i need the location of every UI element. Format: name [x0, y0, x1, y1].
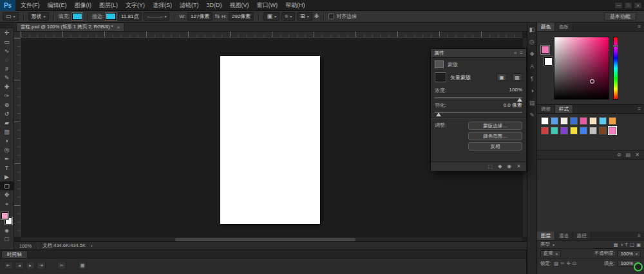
style-swatch[interactable]	[551, 117, 558, 125]
delete-mask-icon[interactable]: ✕	[516, 164, 521, 169]
canvas-area[interactable]: 属性 « ≡ 蒙版 矢量蒙版 ▣ ▦ 浓度: 100%	[14, 32, 527, 241]
style-swatch[interactable]	[599, 127, 607, 134]
menu-item[interactable]: 图像(I)	[71, 0, 96, 11]
toolbar-grip[interactable]: ‥	[0, 23, 14, 28]
frame-settings-button[interactable]: ▦	[78, 262, 87, 269]
gradient-tool[interactable]: ▥	[0, 127, 14, 136]
background-color-swatch[interactable]	[544, 57, 553, 66]
path-operations-button[interactable]: ▣ ▾	[263, 12, 279, 21]
zoom-level[interactable]: 100%	[19, 243, 32, 249]
lock-position-icon[interactable]: ✛	[566, 260, 570, 266]
menu-item[interactable]: 视图(V)	[226, 0, 253, 11]
delete-style-icon[interactable]: ✕	[635, 152, 639, 158]
panel-tab[interactable]: 图层	[537, 232, 555, 240]
path-selection-tool[interactable]: ▶	[0, 172, 14, 181]
add-pixel-mask-button[interactable]: ▣	[497, 73, 507, 81]
style-swatch[interactable]	[589, 117, 597, 125]
menu-item[interactable]: 文件(F)	[17, 0, 44, 11]
style-swatch[interactable]	[580, 117, 587, 125]
collapse-panel-icon[interactable]: «	[514, 50, 516, 56]
dock-panel-icon[interactable]: ◑	[530, 88, 533, 94]
close-button[interactable]: ✕	[634, 2, 642, 9]
menu-item[interactable]: 图层(L)	[95, 0, 122, 11]
marquee-tool[interactable]: ▭	[0, 37, 14, 46]
panel-menu-icon[interactable]: ≡	[520, 50, 523, 56]
tab-timeline[interactable]: 时间轴	[1, 250, 28, 258]
hue-slider[interactable]	[613, 37, 618, 100]
hue-slider-marker[interactable]	[612, 45, 619, 47]
next-frame-button[interactable]: ⇥	[37, 262, 46, 269]
dock-panel-icon[interactable]: ❖	[529, 51, 535, 57]
style-swatch[interactable]	[609, 127, 616, 134]
menu-item[interactable]: 选择(S)	[149, 0, 176, 11]
style-swatch[interactable]	[551, 127, 558, 134]
style-swatch[interactable]	[541, 117, 549, 125]
horizontal-scrollbar[interactable]	[21, 237, 522, 241]
dodge-tool[interactable]: ◎	[0, 145, 14, 154]
stroke-width-input[interactable]: 11.81点	[118, 12, 142, 21]
dock-panel-icon[interactable]: A	[530, 64, 534, 69]
menu-item[interactable]: 帮助(H)	[281, 0, 309, 11]
stroke-style-select[interactable]: ——— ▾	[144, 12, 169, 21]
minimize-button[interactable]: —	[614, 2, 623, 9]
apply-mask-icon[interactable]: ◆	[498, 164, 502, 169]
blur-tool[interactable]: ◖	[0, 136, 14, 145]
filter-adjustment-layers-icon[interactable]: ◑	[620, 242, 623, 248]
filter-type-layers-icon[interactable]: T	[625, 242, 628, 248]
workspace-switcher-button[interactable]: 基本功能	[604, 12, 636, 21]
mask-visibility-icon[interactable]: ◉	[507, 164, 511, 169]
style-swatch[interactable]	[560, 117, 568, 125]
tool-preset-picker[interactable]: ▭ ▾	[3, 12, 19, 21]
dock-panel-icon[interactable]: ¶	[531, 76, 534, 82]
menu-item[interactable]: 3D(D)	[203, 0, 226, 11]
zoom-tool[interactable]: ⌖	[0, 199, 14, 208]
crop-tool[interactable]: #	[0, 64, 14, 73]
type-tool[interactable]: T	[0, 163, 14, 172]
properties-panel-header[interactable]: 属性 « ≡	[431, 49, 526, 58]
fill-swatch[interactable]	[72, 13, 82, 20]
menu-item[interactable]: 窗口(W)	[253, 0, 282, 11]
pen-tool[interactable]: ✒	[0, 154, 14, 163]
density-slider[interactable]	[435, 97, 522, 98]
lasso-tool[interactable]: ∿	[0, 46, 14, 55]
align-edges-checkbox[interactable]	[328, 14, 334, 19]
path-alignment-button[interactable]: ≡ ▾	[281, 12, 295, 21]
clone-stamp-tool[interactable]: ⊛	[0, 100, 14, 109]
lock-all-icon[interactable]: ⊡	[573, 260, 576, 266]
panel-menu-icon[interactable]: ≡	[634, 232, 644, 240]
feather-slider-knob[interactable]	[436, 113, 441, 116]
eyedropper-tool[interactable]: ✎	[0, 73, 14, 82]
play-button[interactable]: ▸	[26, 262, 35, 269]
filter-smart-objects-icon[interactable]: ▣	[636, 242, 641, 248]
color-picker-field[interactable]	[554, 37, 609, 100]
link-dimensions-icon[interactable]: ⇆	[214, 14, 220, 19]
previous-frame-button[interactable]: ◂	[15, 262, 24, 269]
panel-tab[interactable]: 通道	[555, 232, 573, 240]
history-brush-tool[interactable]: ↺	[0, 109, 14, 118]
panel-tab[interactable]: 调整	[537, 105, 555, 113]
blend-mode-select[interactable]: 正常 ▾	[540, 250, 561, 257]
tool-mode-select[interactable]: 形状 ▾	[28, 12, 49, 21]
quick-mask-button[interactable]: ◉	[0, 226, 14, 235]
panel-tab[interactable]: 样式	[555, 105, 573, 113]
style-swatch[interactable]	[570, 127, 578, 134]
foreground-color-swatch[interactable]	[1, 212, 8, 219]
add-vector-mask-button[interactable]: ▦	[512, 73, 522, 81]
color-picker-marker[interactable]	[590, 79, 594, 84]
dock-panel-icon[interactable]: ✎	[529, 113, 535, 118]
lock-pixels-icon[interactable]: ✑	[560, 260, 564, 266]
style-swatch[interactable]	[541, 127, 549, 134]
caret-down-icon[interactable]: ▾	[553, 242, 554, 247]
load-selection-icon[interactable]: ⬚	[488, 164, 493, 169]
panel-menu-icon[interactable]: ≡	[634, 23, 644, 31]
rectangle-tool[interactable]: ▢	[0, 181, 14, 190]
dock-panel-icon[interactable]: ▤	[529, 100, 535, 106]
menu-item[interactable]: 滤镜(T)	[176, 0, 203, 11]
filter-shape-layers-icon[interactable]: ▢	[630, 242, 634, 248]
new-style-icon[interactable]: ▤	[626, 152, 631, 158]
feather-slider[interactable]	[435, 112, 522, 113]
dock-panel-icon[interactable]: ◧	[529, 27, 535, 33]
document-tab[interactable]: 雷柱.psd @ 100% (矩形 1 拷贝 2, RGB/8) * ×	[16, 23, 124, 31]
document-canvas[interactable]	[220, 56, 320, 224]
filter-pixel-layers-icon[interactable]: ▦	[614, 242, 618, 248]
